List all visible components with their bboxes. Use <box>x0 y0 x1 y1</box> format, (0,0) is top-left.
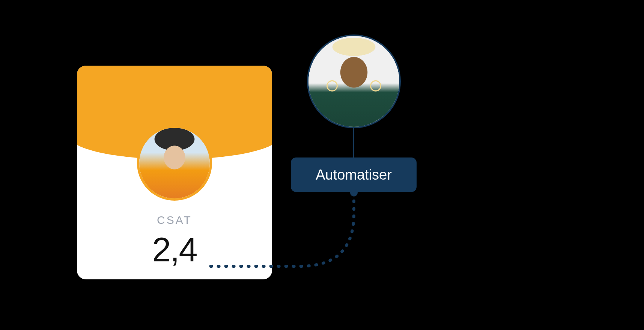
csat-card: CSAT 2,4 <box>77 66 272 279</box>
earring-icon <box>370 80 381 92</box>
csat-value: 2,4 <box>77 231 272 269</box>
customer-avatar <box>137 126 212 201</box>
earring-icon <box>327 80 338 92</box>
avatar-placeholder-icon <box>308 36 399 127</box>
avatar-placeholder-icon <box>139 128 210 198</box>
connector-line <box>353 128 354 158</box>
connector-dot-icon <box>350 189 358 196</box>
agent-avatar <box>307 34 401 128</box>
csat-label: CSAT <box>77 214 272 226</box>
automate-button-label: Automatiser <box>316 167 392 183</box>
automate-button[interactable]: Automatiser <box>291 158 417 192</box>
